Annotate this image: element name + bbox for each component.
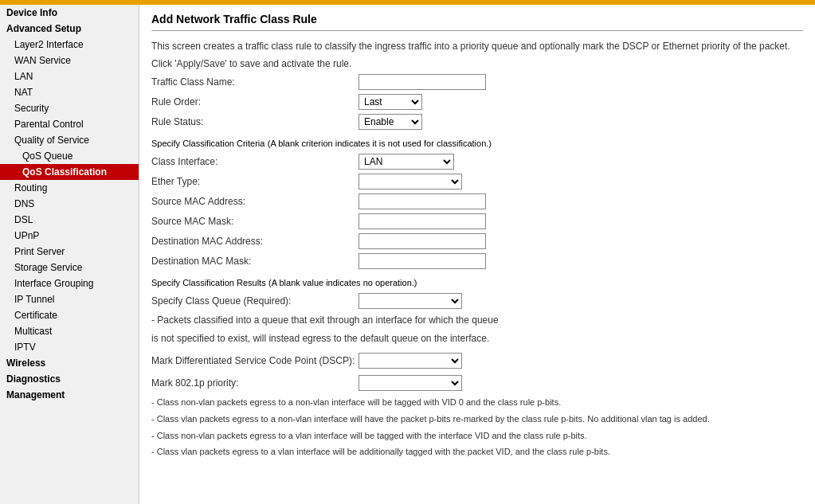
sidebar-item-layer2-interface[interactable]: Layer2 Interface (0, 37, 139, 53)
sidebar-item-dsl[interactable]: DSL (0, 212, 139, 228)
dest-mac-mask-row: Destination MAC Mask: (151, 253, 803, 269)
sidebar-item-dns[interactable]: DNS (0, 196, 139, 212)
source-mac-row: Source MAC Address: (151, 193, 803, 209)
sidebar-item-multicast[interactable]: Multicast (0, 323, 139, 339)
sidebar-item-device-info[interactable]: Device Info (0, 5, 139, 21)
source-mac-input[interactable] (359, 193, 486, 209)
class-interface-label: Class Interface: (151, 156, 359, 167)
sidebar-item-storage-service[interactable]: Storage Service (0, 260, 139, 275)
dscp-select[interactable] (359, 353, 462, 369)
mark-802-row: Mark 802.1p priority: (151, 375, 803, 391)
rule-status-label: Rule Status: (151, 116, 359, 127)
main-content: Add Network Traffic Class Rule This scre… (139, 5, 815, 504)
dscp-row: Mark Differentiated Service Code Point (… (151, 353, 803, 369)
sidebar-item-certificate[interactable]: Certificate (0, 307, 139, 323)
source-mac-label: Source MAC Address: (151, 196, 359, 207)
specify-queue-select[interactable] (359, 293, 462, 309)
ether-type-row: Ether Type: (151, 174, 803, 189)
sidebar-item-management[interactable]: Management (0, 387, 139, 403)
mark-802-select[interactable] (359, 375, 462, 391)
sidebar-item-ip-tunnel[interactable]: IP Tunnel (0, 291, 139, 307)
mark-802-label: Mark 802.1p priority: (151, 377, 359, 389)
rule-order-label: Rule Order: (151, 96, 359, 107)
sidebar-item-lan[interactable]: LAN (0, 68, 139, 84)
description-line2: Click 'Apply/Save' to save and activate … (151, 57, 803, 71)
dest-mac-mask-label: Destination MAC Mask: (151, 256, 359, 267)
traffic-class-name-row: Traffic Class Name: (151, 74, 803, 90)
dest-mac-row: Destination MAC Address: (151, 233, 803, 249)
rule-status-select[interactable]: Enable (359, 114, 422, 130)
sidebar-item-wan-service[interactable]: WAN Service (0, 53, 139, 68)
classification-results-fields: Specify Class Queue (Required): - Packet… (151, 293, 803, 459)
dest-mac-label: Destination MAC Address: (151, 236, 359, 247)
source-mac-mask-row: Source MAC Mask: (151, 213, 803, 229)
sidebar-item-print-server[interactable]: Print Server (0, 244, 139, 260)
sidebar-item-upnp[interactable]: UPnP (0, 228, 139, 244)
sidebar-item-diagnostics[interactable]: Diagnostics (0, 371, 139, 387)
source-mac-mask-label: Source MAC Mask: (151, 216, 359, 227)
page-title: Add Network Traffic Class Rule (151, 13, 803, 31)
traffic-class-name-input[interactable] (359, 74, 486, 90)
bullet1: - Class non-vlan packets egress to a non… (151, 396, 803, 410)
dest-mac-input[interactable] (359, 233, 486, 249)
classification-criteria-fields: Class Interface: LAN Ether Type: Source … (151, 154, 803, 269)
class-interface-row: Class Interface: LAN (151, 154, 803, 170)
sidebar-item-security[interactable]: Security (0, 100, 139, 116)
sidebar-item-routing[interactable]: Routing (0, 180, 139, 196)
sidebar-item-interface-grouping[interactable]: Interface Grouping (0, 275, 139, 291)
sidebar: Device InfoAdvanced SetupLayer2 Interfac… (0, 5, 139, 504)
queue-note2: is not specified to exist, will instead … (151, 331, 803, 346)
sidebar-item-wireless[interactable]: Wireless (0, 355, 139, 371)
sidebar-item-advanced-setup[interactable]: Advanced Setup (0, 21, 139, 37)
dest-mac-mask-input[interactable] (359, 253, 486, 269)
sidebar-item-quality-of-service[interactable]: Quality of Service (0, 132, 139, 148)
classification-criteria-header: Specify Classification Criteria (A blank… (151, 138, 803, 149)
rule-status-row: Rule Status: Enable (151, 114, 803, 130)
source-mac-mask-input[interactable] (359, 213, 486, 229)
sidebar-item-qos-queue[interactable]: QoS Queue (0, 148, 139, 164)
rule-order-select[interactable]: Last (359, 94, 422, 110)
basic-fields: Traffic Class Name: Rule Order: Last Rul… (151, 74, 803, 130)
description-line1: This screen creates a traffic class rule… (151, 39, 803, 53)
specify-queue-row: Specify Class Queue (Required): (151, 293, 803, 309)
ether-type-label: Ether Type: (151, 176, 359, 187)
dscp-label: Mark Differentiated Service Code Point (… (151, 355, 359, 366)
bullet2: - Class vlan packets egress to a non-vla… (151, 412, 803, 427)
specify-queue-label: Specify Class Queue (Required): (151, 295, 359, 307)
ether-type-select[interactable] (359, 174, 462, 189)
rule-order-row: Rule Order: Last (151, 94, 803, 110)
queue-note1: - Packets classified into a queue that e… (151, 313, 803, 328)
bullet4: - Class vlan packets egress to a vlan in… (151, 445, 803, 459)
traffic-class-name-label: Traffic Class Name: (151, 76, 359, 88)
bullet3: - Class non-vlan packets egress to a vla… (151, 429, 803, 443)
sidebar-item-nat[interactable]: NAT (0, 84, 139, 100)
sidebar-item-qos-classification[interactable]: QoS Classification (0, 164, 139, 180)
sidebar-item-parental-control[interactable]: Parental Control (0, 116, 139, 132)
class-interface-select[interactable]: LAN (359, 154, 454, 170)
classification-results-header: Specify Classification Results (A blank … (151, 277, 803, 288)
sidebar-item-iptv[interactable]: IPTV (0, 339, 139, 355)
